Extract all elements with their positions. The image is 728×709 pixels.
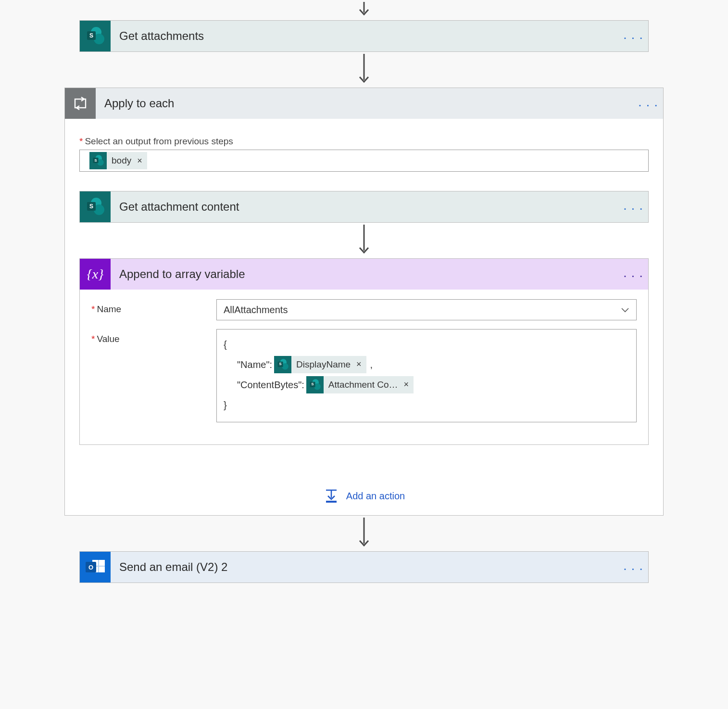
sharepoint-icon: S [80,21,111,51]
sharepoint-icon: S [89,152,107,169]
step-title: Get attachments [111,29,619,43]
step-menu-button[interactable]: . . . [634,98,663,109]
chevron-down-icon [621,304,629,316]
step-apply-to-each: Apply to each . . . *Select an output fr… [64,88,664,516]
append-header[interactable]: {x} Append to array variable . . . [80,259,648,290]
step-title: Send an email (V2) 2 [111,560,619,574]
name-select[interactable]: AllAttachments [216,299,637,320]
input-label: *Select an output from previous steps [79,136,649,147]
sharepoint-icon: S [274,356,291,373]
token-attachment-content[interactable]: S Attachment Co… × [306,376,414,393]
step-title: Apply to each [96,97,634,110]
sharepoint-icon: S [80,191,111,222]
step-send-email[interactable]: O Send an email (V2) 2 . . . [79,551,649,583]
step-title: Append to array variable [111,267,619,281]
svg-rect-6 [326,501,337,503]
step-get-attachments[interactable]: S Get attachments . . . [79,20,649,52]
name-value: AllAttachments [224,304,288,316]
add-action-button[interactable]: Add an action [323,488,405,504]
svg-rect-2 [75,99,86,108]
value-label: *Value [91,329,216,344]
step-append-to-array: {x} Append to array variable . . . *Name… [79,258,649,445]
token-remove-icon[interactable]: × [136,156,147,166]
token-remove-icon[interactable]: × [403,376,414,394]
loop-icon [65,88,96,119]
flow-arrow [357,52,371,88]
step-menu-button[interactable]: . . . [619,31,648,41]
variable-icon: {x} [80,259,111,290]
flow-arrow [357,516,371,551]
step-menu-button[interactable]: . . . [619,562,648,572]
apply-each-input[interactable]: S body × [79,150,649,172]
flow-arrow [357,223,371,258]
flow-arrow [357,0,371,20]
sharepoint-icon: S [306,376,324,393]
step-title: Get attachment content [111,200,619,214]
step-get-attachment-content[interactable]: S Get attachment content . . . [79,191,649,223]
step-menu-button[interactable]: . . . [619,202,648,212]
token-displayname[interactable]: S DisplayName × [274,356,366,373]
token-remove-icon[interactable]: × [355,355,366,374]
apply-to-each-header[interactable]: Apply to each . . . [65,88,663,119]
value-editor[interactable]: { "Name": S DisplayName × , [216,329,637,422]
step-menu-button[interactable]: . . . [619,269,648,279]
token-body[interactable]: S body × [89,152,147,169]
add-action-icon [323,488,339,504]
outlook-icon: O [80,552,111,582]
name-label: *Name [91,299,216,315]
